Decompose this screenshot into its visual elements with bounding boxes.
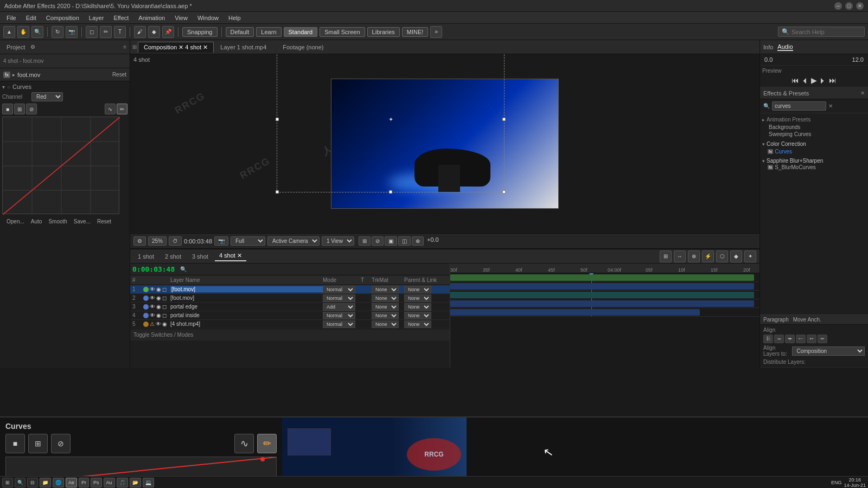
align-bottom[interactable]: ⬵ (818, 335, 827, 343)
layer-parent-2[interactable]: None (404, 294, 448, 302)
layer-trk-2[interactable]: None (372, 294, 404, 302)
layer-mode-2[interactable]: Normal (323, 294, 361, 302)
parent-select-4[interactable]: None (404, 312, 431, 319)
tl-icon1[interactable]: ⊞ (660, 251, 672, 262)
tab-2shot[interactable]: 2 shot (161, 252, 186, 261)
align-h-center[interactable]: ⬰ (774, 335, 784, 343)
prev-play[interactable]: ▶ (811, 76, 817, 85)
prev-fwd[interactable]: ⏵ (819, 76, 827, 85)
toolbar-brush[interactable]: 🖌 (134, 26, 146, 38)
layer-parent-3[interactable]: None (404, 303, 448, 311)
layer-mode-1[interactable]: Normal (323, 286, 361, 293)
layer-row-3[interactable]: 3 👁 ◉ ◻ portal edge Add (130, 303, 450, 311)
close-button[interactable]: ✕ (856, 2, 864, 10)
tl-icon2[interactable]: ↔ (674, 251, 686, 262)
align-v-center[interactable]: ⬴ (807, 335, 816, 343)
auto-btn[interactable]: Auto (29, 217, 44, 226)
prev-back[interactable]: ⏴ (801, 76, 809, 85)
tab-project[interactable]: Project (3, 43, 28, 52)
toolbar-camera[interactable]: 📷 (66, 26, 78, 38)
menu-effect[interactable]: Effect (109, 14, 133, 22)
tool-cross-square[interactable]: ⊞ (14, 104, 25, 114)
trk-select-5[interactable]: None (372, 320, 399, 328)
prev-skip-fwd[interactable]: ⏭ (829, 76, 837, 85)
ep-search-clear[interactable]: ✕ (828, 103, 833, 109)
align-top[interactable]: ⬳ (796, 335, 806, 343)
bo-tool-pencil[interactable]: ✏ (257, 434, 277, 453)
taskbar-misc3[interactable]: 💻 (143, 478, 154, 487)
taskbar-misc1[interactable]: 🎵 (117, 478, 128, 487)
menu-animation[interactable]: Animation (134, 14, 169, 22)
layer-mode-3[interactable]: Add (323, 303, 361, 311)
vc-zoom[interactable]: 25% (148, 236, 167, 246)
mode-select-4[interactable]: Normal (323, 312, 355, 319)
menu-window[interactable]: Window (193, 14, 223, 22)
tab-audio[interactable]: Audio (777, 43, 793, 51)
search-button[interactable]: 🔍 (15, 478, 25, 487)
menu-layer[interactable]: Layer (85, 14, 108, 22)
layer-trk-5[interactable]: None (372, 320, 404, 328)
vc-camera[interactable]: 📷 (214, 236, 228, 246)
workspace-small-screen[interactable]: Small Screen (320, 27, 365, 37)
tool-slash-square[interactable]: ⊘ (26, 104, 37, 114)
start-button[interactable]: ⊞ (2, 478, 13, 487)
parent-select-2[interactable]: None (404, 294, 431, 302)
toggle-switches-label[interactable]: Toggle Switches / Modes (133, 332, 194, 338)
tl-icon3[interactable]: ⊕ (688, 251, 700, 262)
vc-3d[interactable]: ◫ (398, 236, 411, 246)
toolbar-pen[interactable]: ✏ (100, 26, 112, 38)
trk-select-4[interactable]: None (372, 312, 399, 319)
layer-row-5[interactable]: 5 ⚠ 👁 ◉ [4 shot.mp4] Normal (130, 320, 450, 329)
minimize-button[interactable]: ─ (834, 2, 842, 10)
mode-select-1[interactable]: Normal (323, 286, 355, 293)
layer-parent-1[interactable]: None (404, 286, 448, 293)
bo-tool-slash[interactable]: ⊘ (51, 434, 71, 453)
parent-select-5[interactable]: None (404, 320, 431, 328)
tab-1shot[interactable]: 1 shot (133, 252, 158, 261)
tool-square[interactable]: ■ (2, 104, 13, 114)
tab-layer-1shot[interactable]: Layer 1 shot.mp4 (215, 42, 272, 52)
taskbar-au[interactable]: Au (104, 478, 115, 487)
vc-snap[interactable]: ⊕ (412, 236, 424, 246)
workspace-learn[interactable]: Learn (256, 27, 281, 37)
ep-cat-animation[interactable]: ▸ Animation Presets (762, 115, 866, 124)
workspace-more[interactable]: » (430, 26, 442, 38)
ep-curves-label[interactable]: Curves (775, 148, 792, 155)
tool-pencil[interactable]: ✏ (117, 104, 127, 114)
vc-grid[interactable]: ⊞ (359, 236, 371, 246)
mode-select-3[interactable]: Add (323, 303, 355, 311)
toolbar-text[interactable]: T (114, 26, 126, 38)
open-btn[interactable]: Open... (4, 217, 27, 226)
toolbar-mask[interactable]: ◻ (86, 26, 98, 38)
bo-tool-wave[interactable]: ∿ (234, 434, 254, 453)
tab-composition-4shot[interactable]: Composition ✕ 4 shot ✕ (138, 42, 214, 53)
taskbar-chrome[interactable]: 🌐 (53, 478, 64, 487)
handle-ml[interactable] (276, 118, 279, 121)
mode-select-2[interactable]: Normal (323, 294, 355, 302)
bo-tool-cross[interactable]: ⊞ (28, 434, 48, 453)
tl-icon4[interactable]: ⚡ (702, 251, 714, 262)
ep-sblur-label[interactable]: S_BlurMoCurves (775, 164, 816, 171)
taskbar-explorer[interactable]: 📁 (40, 478, 51, 487)
reset-curves-btn[interactable]: Reset (95, 217, 113, 226)
tab-info[interactable]: Info (763, 44, 773, 50)
layer-mode-5[interactable]: Normal (323, 320, 361, 328)
layer-trk-1[interactable]: None (372, 286, 404, 293)
taskbar-ps[interactable]: Ps (91, 478, 102, 487)
mode-select-5[interactable]: Normal (323, 320, 355, 328)
bo-tool-square[interactable]: ■ (5, 434, 25, 453)
resolution-select[interactable]: FullHalfQuarter (231, 236, 265, 246)
channel-select[interactable]: Red RGB Green Blue (31, 92, 63, 101)
layer-row-2[interactable]: 2 👁 ◉ ◻ [foot.mov] Normal (130, 294, 450, 303)
layer-parent-4[interactable]: None (404, 312, 448, 319)
parent-select-3[interactable]: None (404, 303, 431, 311)
trk-select-2[interactable]: None (372, 294, 399, 302)
view-mode-select[interactable]: Active Camera (267, 236, 320, 246)
ep-search-input[interactable] (772, 101, 826, 111)
search-help-input[interactable] (792, 29, 857, 35)
layer-row-4[interactable]: 4 👁 ◉ ◻ portal inside Normal (130, 311, 450, 320)
tab-4shot[interactable]: 4 shot ✕ (215, 251, 246, 261)
tl-icon5[interactable]: ⬡ (716, 251, 728, 262)
ep-cat-color[interactable]: ▾ Color Correction (762, 140, 866, 148)
toolbar-rotate[interactable]: ↻ (52, 26, 63, 38)
